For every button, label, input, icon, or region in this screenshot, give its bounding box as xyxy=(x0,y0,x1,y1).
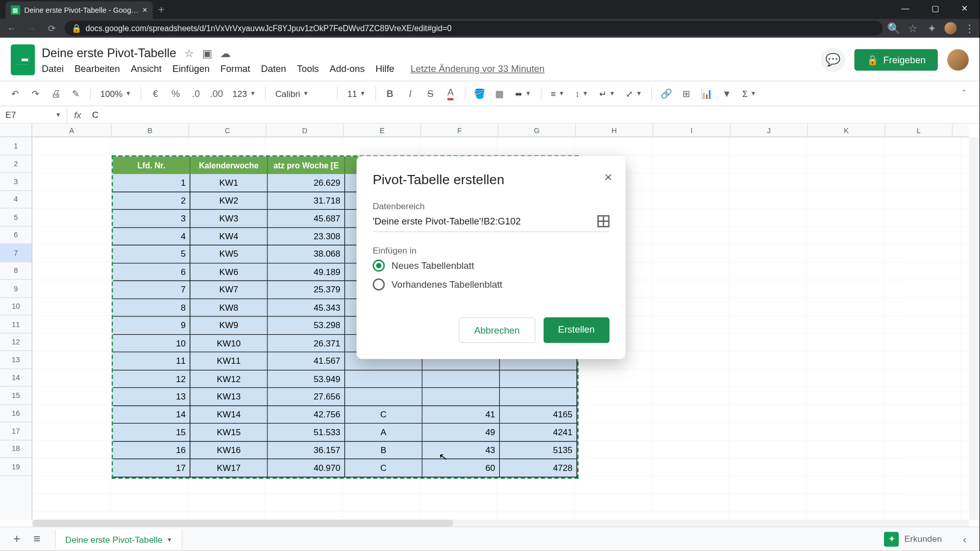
cloud-status-icon[interactable]: ☁ xyxy=(220,47,231,60)
comments-button[interactable]: 💬 xyxy=(821,48,845,72)
horizontal-scrollbar[interactable] xyxy=(32,520,969,527)
sheet-tab-active[interactable]: Deine erste Pivot-Tabelle ▼ xyxy=(55,529,183,548)
star-icon[interactable]: ☆ xyxy=(907,22,919,34)
text-wrap-button[interactable]: ↵▼ xyxy=(595,88,619,98)
insert-comment-button[interactable]: ⊞ xyxy=(678,85,695,102)
range-label: Datenbereich xyxy=(373,201,609,211)
horizontal-align-button[interactable]: ≡▼ xyxy=(547,88,569,98)
account-avatar[interactable] xyxy=(947,49,969,70)
insert-label: Einfügen in xyxy=(373,245,609,256)
share-button[interactable]: 🔒 Freigeben xyxy=(854,49,938,70)
table-row[interactable]: 12KW1253.949 xyxy=(113,370,577,388)
menu-file[interactable]: Datei xyxy=(42,63,64,73)
address-bar[interactable]: 🔒 docs.google.com/spreadsheets/d/1nVxVrV… xyxy=(65,21,883,36)
merge-cells-button[interactable]: ⬌▼ xyxy=(511,88,535,98)
select-range-icon[interactable] xyxy=(597,215,609,228)
table-row[interactable]: 13KW1327.656 xyxy=(113,388,577,406)
dialog-title: Pivot-Tabelle erstellen xyxy=(373,172,609,187)
formula-bar[interactable]: C xyxy=(88,110,979,120)
radio-unchecked-icon xyxy=(373,279,385,291)
menu-view[interactable]: Ansicht xyxy=(131,63,162,73)
range-input[interactable]: 'Deine erste Pivot-Tabelle'!B2:G102 xyxy=(373,216,597,227)
browser-profile-avatar[interactable] xyxy=(944,22,957,34)
text-rotation-button[interactable]: ⤢▼ xyxy=(622,88,646,98)
currency-button[interactable]: € xyxy=(147,85,164,102)
last-edit-link[interactable]: Letzte Änderung vor 33 Minuten xyxy=(410,63,545,73)
functions-button[interactable]: Σ▼ xyxy=(738,88,760,98)
radio-existing-sheet[interactable]: Vorhandenes Tabellenblatt xyxy=(373,279,609,291)
explore-icon: ✦ xyxy=(884,532,899,546)
browser-menu-icon[interactable]: ⋮ xyxy=(963,22,975,34)
window-close-button[interactable]: ✕ xyxy=(950,0,979,17)
create-button[interactable]: Erstellen xyxy=(543,317,609,343)
borders-button[interactable]: ▦ xyxy=(491,85,508,102)
tab-title: Deine erste Pivot-Tabelle - Goog… xyxy=(24,6,138,14)
collapse-toolbar-button[interactable]: ˆ xyxy=(955,85,973,102)
browser-tab[interactable]: ▦ Deine erste Pivot-Tabelle - Goog… × xyxy=(6,2,153,19)
menu-tools[interactable]: Tools xyxy=(297,63,319,73)
font-family-select[interactable]: Calibri▼ xyxy=(272,88,332,98)
new-tab-button[interactable]: + xyxy=(153,2,169,19)
extensions-icon[interactable]: ✦ xyxy=(926,22,938,34)
tab-close-icon[interactable]: × xyxy=(142,6,147,15)
menu-insert[interactable]: Einfügen xyxy=(173,63,210,73)
column-headers[interactable]: ABCDEFGHIJKL xyxy=(32,124,969,137)
table-row[interactable]: 17KW1740.970C604728 xyxy=(113,459,577,477)
bold-button[interactable]: B xyxy=(381,85,399,102)
move-folder-icon[interactable]: ▣ xyxy=(202,47,212,60)
dialog-close-button[interactable]: × xyxy=(604,169,612,185)
menu-data[interactable]: Daten xyxy=(261,63,286,73)
menu-format[interactable]: Format xyxy=(220,63,250,73)
all-sheets-button[interactable]: ≡ xyxy=(27,529,47,549)
filter-button[interactable]: ▼ xyxy=(718,85,736,102)
percent-button[interactable]: % xyxy=(167,85,184,102)
print-button[interactable]: 🖨 xyxy=(47,85,64,102)
sheets-logo-icon[interactable] xyxy=(11,44,35,76)
zoom-icon[interactable]: 🔍 xyxy=(888,22,900,34)
redo-button[interactable]: ↷ xyxy=(27,85,44,102)
fill-color-button[interactable]: 🪣 xyxy=(471,85,488,102)
explore-button[interactable]: ✦ Erkunden xyxy=(876,528,950,550)
vertical-align-button[interactable]: ↕▼ xyxy=(571,88,592,98)
font-size-select[interactable]: 11▼ xyxy=(344,88,370,98)
strikethrough-button[interactable]: S xyxy=(422,85,439,102)
table-row[interactable]: 14KW1442.756C414165 xyxy=(113,406,577,423)
text-color-button[interactable]: A xyxy=(442,85,459,102)
paint-format-button[interactable]: ✎ xyxy=(67,85,85,102)
table-row[interactable]: 16KW1636.157B435135 xyxy=(113,441,577,459)
cancel-button[interactable]: Abbrechen xyxy=(459,317,535,343)
number-format-select[interactable]: 123▼ xyxy=(229,88,260,98)
pivot-table-dialog: Pivot-Tabelle erstellen × Datenbereich '… xyxy=(357,156,626,359)
vertical-scrollbar[interactable] xyxy=(969,137,979,520)
name-box[interactable]: E7▼ xyxy=(0,106,67,123)
menu-help[interactable]: Hilfe xyxy=(376,63,395,73)
fx-icon: fx xyxy=(67,109,88,120)
menu-addons[interactable]: Add-ons xyxy=(330,63,365,73)
insert-chart-button[interactable]: 📊 xyxy=(698,85,715,102)
collapse-sidebar-button[interactable]: ‹ xyxy=(957,531,973,547)
browser-forward-button[interactable]: → xyxy=(24,21,39,36)
italic-button[interactable]: I xyxy=(401,85,419,102)
star-outline-icon[interactable]: ☆ xyxy=(184,47,193,60)
undo-button[interactable]: ↶ xyxy=(7,85,24,102)
insert-link-button[interactable]: 🔗 xyxy=(657,85,675,102)
add-sheet-button[interactable]: + xyxy=(7,529,27,549)
browser-back-button[interactable]: ← xyxy=(4,21,19,36)
document-title[interactable]: Deine erste Pivot-Tabelle xyxy=(42,46,177,60)
zoom-select[interactable]: 100%▼ xyxy=(96,88,135,98)
browser-reload-button[interactable]: ⟳ xyxy=(44,21,59,36)
table-row[interactable]: 15KW1551.533A494241 xyxy=(113,423,577,441)
menu-edit[interactable]: Bearbeiten xyxy=(75,63,120,73)
window-minimize-button[interactable]: — xyxy=(891,0,920,17)
row-headers[interactable]: 12345678910111213141516171819 xyxy=(0,137,32,520)
sheets-favicon: ▦ xyxy=(11,6,20,15)
sheet-tab-menu-icon[interactable]: ▼ xyxy=(166,536,173,543)
lock-icon: 🔒 xyxy=(71,23,82,33)
decrease-decimal-button[interactable]: .0 xyxy=(187,85,205,102)
increase-decimal-button[interactable]: .00 xyxy=(207,85,226,102)
window-maximize-button[interactable]: ▢ xyxy=(920,0,950,17)
url-text: docs.google.com/spreadsheets/d/1nVxVrVxy… xyxy=(85,23,452,33)
radio-new-sheet[interactable]: Neues Tabellenblatt xyxy=(373,260,609,272)
select-all-corner[interactable] xyxy=(0,124,32,137)
lock-icon: 🔒 xyxy=(867,55,878,65)
